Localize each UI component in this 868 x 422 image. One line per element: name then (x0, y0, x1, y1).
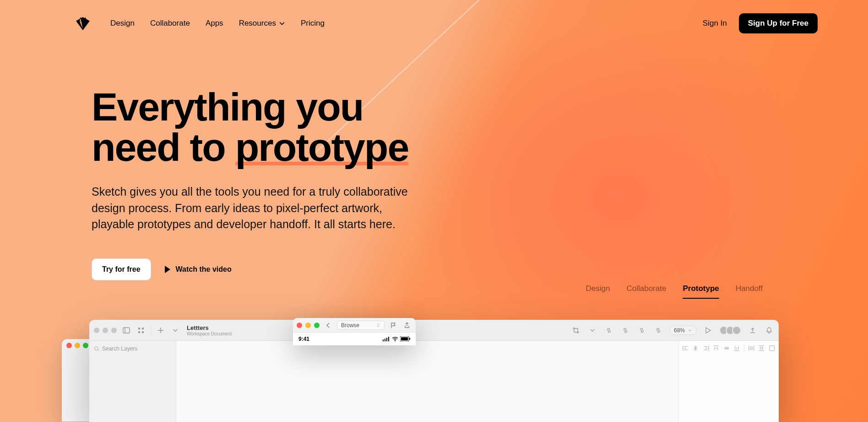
zoom-value: 68% (674, 327, 685, 334)
tab-handoff[interactable]: Handoff (736, 284, 763, 299)
crop-icon[interactable] (571, 325, 581, 335)
traffic-close-icon (66, 343, 72, 348)
link-icon[interactable] (637, 325, 647, 335)
watch-video-button[interactable]: Watch the video (165, 265, 232, 274)
collaborator-avatars[interactable] (719, 326, 741, 335)
svg-rect-4 (138, 331, 140, 333)
doc-subtitle: Workspace Document (187, 331, 232, 336)
phone-preview-window: Browse 9:41 (293, 318, 416, 345)
canvas[interactable] (176, 341, 678, 422)
app-mockup: Lettters Workspace Document 68% (89, 320, 779, 422)
upload-icon[interactable] (748, 325, 758, 335)
feature-tabs: Design Collaborate Prototype Handoff (586, 284, 763, 299)
more-icon[interactable] (769, 345, 775, 352)
layers-sidebar: Search Layers (89, 341, 176, 422)
inspector-align-row (682, 345, 775, 352)
traffic-close-icon[interactable] (297, 323, 302, 328)
back-icon[interactable] (323, 320, 333, 330)
traffic-max-icon[interactable] (314, 323, 320, 328)
signin-link[interactable]: Sign In (703, 19, 727, 28)
share-icon[interactable] (402, 320, 412, 330)
traffic-close-icon (94, 328, 99, 333)
try-for-free-button[interactable]: Try for free (92, 258, 151, 280)
align-left-icon[interactable] (682, 345, 689, 352)
nav-collaborate[interactable]: Collaborate (150, 19, 190, 28)
sidebar-toggle-icon[interactable] (121, 325, 131, 335)
divider (151, 325, 151, 335)
traffic-min-icon (103, 328, 108, 333)
distribute-h-icon[interactable] (748, 345, 754, 352)
svg-rect-8 (769, 346, 774, 351)
grid-icon[interactable] (136, 325, 146, 335)
distribute-v-icon[interactable] (758, 345, 765, 352)
align-top-icon[interactable] (713, 345, 719, 352)
signup-button[interactable]: Sign Up for Free (739, 13, 818, 33)
browse-label: Browse (341, 322, 359, 329)
hero-title: Everything you need to prototype (92, 87, 458, 167)
app-toolbar: Lettters Workspace Document 68% (89, 320, 779, 341)
traffic-max-icon (83, 343, 88, 348)
traffic-min-icon (75, 343, 80, 348)
app-body: Search Layers (89, 341, 779, 422)
hero-lead: Sketch gives you all the tools you need … (92, 184, 421, 233)
hero-title-underline: prototype (235, 127, 409, 168)
svg-point-13 (395, 340, 396, 341)
svg-rect-9 (383, 340, 384, 341)
traffic-lights (94, 328, 117, 333)
svg-rect-5 (142, 331, 144, 333)
link-icon[interactable] (653, 325, 663, 335)
tab-collaborate[interactable]: Collaborate (626, 284, 666, 299)
chevron-down-icon[interactable] (170, 325, 180, 335)
hero-title-line1: Everything you (92, 85, 363, 129)
play-icon[interactable] (703, 325, 713, 335)
chevron-down-icon (279, 20, 285, 27)
signal-icon (383, 337, 390, 341)
nav-apps[interactable]: Apps (206, 19, 223, 28)
link-icon[interactable] (620, 325, 630, 335)
svg-rect-15 (401, 337, 408, 340)
svg-rect-16 (409, 338, 410, 340)
traffic-min-icon[interactable] (305, 323, 311, 328)
nav-links: Design Collaborate Apps Resources Pricin… (110, 19, 325, 28)
hero: Everything you need to prototype Sketch … (0, 37, 458, 280)
add-icon[interactable] (156, 325, 166, 335)
play-icon (165, 266, 170, 273)
nav-design[interactable]: Design (110, 19, 135, 28)
wifi-icon (392, 337, 398, 341)
align-middle-icon[interactable] (723, 345, 730, 352)
svg-rect-3 (142, 328, 144, 329)
nav-pricing[interactable]: Pricing (301, 19, 325, 28)
phone-time: 9:41 (298, 336, 309, 342)
link-icon[interactable] (604, 325, 614, 335)
align-center-icon[interactable] (692, 345, 699, 352)
sketch-app-window: Lettters Workspace Document 68% (89, 320, 779, 422)
updown-icon (376, 323, 380, 328)
nav-resources-label: Resources (239, 19, 276, 28)
search-layers-input[interactable]: Search Layers (93, 344, 172, 354)
toolbar-right: 68% (571, 325, 774, 335)
traffic-max-icon (111, 328, 117, 333)
svg-rect-0 (123, 328, 130, 333)
browse-select[interactable]: Browse (337, 321, 385, 330)
bell-icon[interactable] (764, 325, 774, 335)
inspector-sidebar (678, 341, 779, 422)
tab-prototype[interactable]: Prototype (683, 284, 719, 299)
align-right-icon[interactable] (703, 345, 709, 352)
svg-rect-11 (386, 338, 387, 341)
svg-rect-12 (388, 337, 389, 341)
watch-video-label: Watch the video (176, 265, 232, 274)
align-bottom-icon[interactable] (733, 345, 740, 352)
zoom-select[interactable]: 68% (670, 326, 696, 335)
nav-resources[interactable]: Resources (239, 19, 285, 28)
search-placeholder: Search Layers (102, 345, 137, 352)
flag-icon[interactable] (388, 320, 398, 330)
search-icon (94, 346, 99, 351)
diamond-logo-icon[interactable] (76, 16, 90, 31)
svg-point-6 (95, 347, 98, 351)
document-title: Lettters Workspace Document (187, 324, 232, 336)
tab-design[interactable]: Design (586, 284, 610, 299)
chevron-down-icon[interactable] (587, 325, 597, 335)
avatar (732, 326, 741, 335)
svg-rect-10 (385, 339, 385, 341)
divider (744, 345, 744, 352)
